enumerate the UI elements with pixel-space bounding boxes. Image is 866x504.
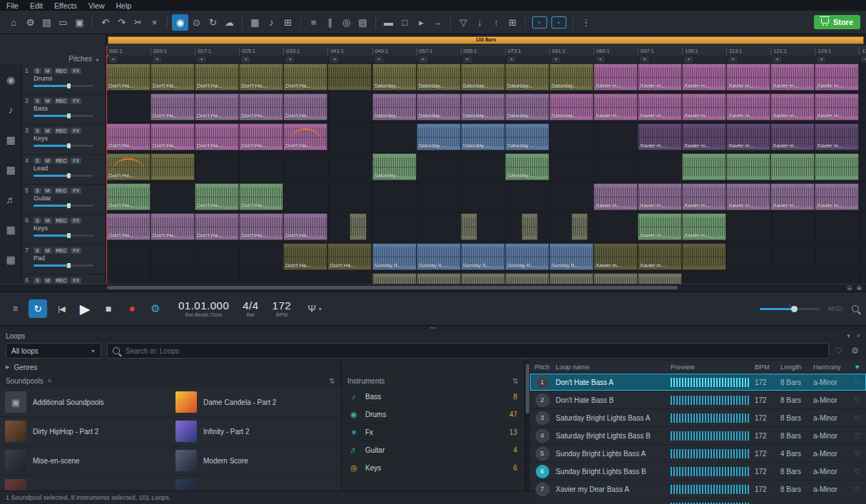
effects-rack-icon[interactable]: ◎ <box>338 14 355 31</box>
audio-clip[interactable]: Saturday... <box>549 63 594 91</box>
audio-clip[interactable]: Saturday... <box>417 63 461 91</box>
drums-icon[interactable]: ◉ <box>0 65 22 94</box>
audio-clip[interactable]: Don't Ha... <box>195 213 239 240</box>
audio-clip[interactable]: Don't Ha... <box>151 123 195 150</box>
import-down-icon[interactable]: ↓ <box>472 14 488 31</box>
audio-clip[interactable]: Don't Ha... <box>106 63 151 91</box>
master-volume-slider[interactable] <box>760 308 820 310</box>
favorite-heart-icon[interactable]: ♡ <box>849 432 866 440</box>
track-fx-button[interactable]: FX <box>71 217 81 224</box>
track-rec-button[interactable]: REC <box>54 68 69 74</box>
cut-icon[interactable]: ✂ <box>130 14 146 31</box>
toggle-panel-right-icon[interactable]: ▪ <box>551 16 566 29</box>
audio-clip[interactable] <box>682 243 726 270</box>
piano-roll-icon[interactable]: ▦ <box>247 14 263 31</box>
menu-edit[interactable]: Edit <box>30 1 43 10</box>
keyboard-icon[interactable]: ▦ <box>0 245 22 274</box>
track-volume-slider[interactable] <box>34 115 93 117</box>
audio-clip[interactable]: Saturday ... <box>417 123 461 150</box>
loop-tool-icon[interactable]: ↻ <box>205 14 221 31</box>
soundpool-item[interactable]: Mise-en-scene <box>0 446 170 475</box>
col-harmony[interactable]: Harmony <box>813 363 849 371</box>
cloud-sync-icon[interactable]: ☁ <box>221 14 238 31</box>
loop-preview-waveform[interactable] <box>671 396 750 405</box>
audio-clip[interactable] <box>726 153 770 180</box>
audio-clip[interactable]: Don't Ha... <box>106 183 151 210</box>
track-rec-button[interactable]: REC <box>54 217 69 224</box>
track-rec-button[interactable]: REC <box>54 128 69 134</box>
audio-clip[interactable]: Saturday... <box>505 93 549 120</box>
menu-effects[interactable]: Effects <box>54 1 77 10</box>
collapse-section-icon[interactable]: ⇅ <box>330 377 335 385</box>
audio-clip[interactable]: Saturday ... <box>461 123 505 150</box>
audio-clip[interactable]: Xavier m... <box>815 63 859 91</box>
audio-clip[interactable]: Don't Ha... <box>195 183 239 210</box>
col-pitch[interactable]: Pitch <box>530 363 554 371</box>
effect-presets-icon[interactable]: ▤ <box>355 14 371 31</box>
audio-clip[interactable]: Saturday ... <box>505 153 549 180</box>
audio-clip[interactable]: Sunday B... <box>417 243 461 270</box>
audio-clip[interactable]: Don't Ha... <box>106 123 151 150</box>
drum-pads-icon[interactable]: ⊞ <box>280 14 296 31</box>
audio-clip[interactable]: Saturday... <box>505 63 549 91</box>
audio-clip[interactable]: Xavier m... <box>770 93 815 120</box>
home-icon[interactable]: ⌂ <box>6 14 22 31</box>
track-volume-slider[interactable] <box>34 85 93 87</box>
track-s-button[interactable]: S <box>34 128 41 134</box>
audio-clip[interactable]: Xavier m... <box>682 183 726 210</box>
track-rec-button[interactable]: REC <box>54 158 69 164</box>
audio-clip[interactable]: Xavier m... <box>815 123 859 150</box>
pitch-badge[interactable]: 2 <box>536 394 549 407</box>
col-bpm[interactable]: BPM <box>755 363 780 371</box>
audio-clip[interactable]: Xavier m... <box>638 243 682 270</box>
record-button[interactable]: ● <box>123 299 141 318</box>
audio-clip[interactable] <box>638 273 682 284</box>
audio-clip[interactable] <box>151 153 195 180</box>
loops-settings-gear-icon[interactable]: ⚙ <box>851 346 859 356</box>
col-favorite-heart-icon[interactable]: ♥ <box>849 363 866 371</box>
track-s-button[interactable]: S <box>34 98 41 104</box>
col-loop-name[interactable]: Loop name <box>554 363 671 371</box>
audio-clip[interactable]: Xavier m... <box>726 63 770 91</box>
track-s-button[interactable]: S <box>34 277 41 284</box>
track-s-button[interactable]: S <box>34 187 41 194</box>
monitor-view-icon[interactable]: □ <box>397 14 413 31</box>
settings-icon[interactable]: ⚙ <box>22 14 39 31</box>
audio-clip[interactable]: Don't Ha... <box>327 243 372 270</box>
track-volume-slider[interactable] <box>34 175 93 177</box>
panel-collapse-icon[interactable]: ▾ <box>847 332 850 339</box>
audio-clip[interactable]: Xavier m... <box>770 123 815 150</box>
mic-input-selector[interactable]: Ψ ▾ <box>307 303 322 314</box>
keyboard-icon[interactable]: ▦ <box>0 215 22 244</box>
col-preview[interactable]: Preview <box>671 363 755 371</box>
audio-clip[interactable] <box>815 153 859 180</box>
track-m-button[interactable]: M <box>44 277 52 284</box>
audio-clip[interactable]: Sunday B... <box>372 243 417 270</box>
pitch-badge[interactable]: 3 <box>536 411 549 425</box>
loop-preview-waveform[interactable] <box>671 378 750 387</box>
mixer-icon[interactable]: ≡ <box>305 14 322 31</box>
bpm-display[interactable]: 172 BPM <box>272 299 292 318</box>
stop-button[interactable]: ■ <box>99 299 118 318</box>
more-options-icon[interactable]: ⋮ <box>578 14 594 31</box>
audio-clip[interactable]: Xavier m... <box>682 123 726 150</box>
track-fx-button[interactable]: FX <box>71 98 81 104</box>
audio-clip[interactable]: Sunday B... <box>549 243 594 270</box>
pitch-badge[interactable]: 4 <box>536 429 549 443</box>
track-m-button[interactable]: M <box>44 187 52 194</box>
track-m-button[interactable]: M <box>44 128 52 134</box>
track-fx-button[interactable]: FX <box>71 277 81 284</box>
track-volume-slider[interactable] <box>34 264 93 267</box>
audio-clip[interactable] <box>461 273 505 284</box>
audio-clip[interactable]: Saturday... <box>372 93 417 120</box>
play-button[interactable]: ▶ <box>76 299 94 318</box>
track-m-button[interactable]: M <box>44 217 52 224</box>
new-project-icon[interactable]: ▤ <box>39 14 55 31</box>
audio-clip[interactable]: Xavier m... <box>594 93 638 120</box>
audio-clip[interactable]: Saturday... <box>461 93 505 120</box>
audio-clip[interactable]: Xavier m... <box>682 63 726 91</box>
audio-clip[interactable]: Xavier m... <box>594 63 638 91</box>
delete-icon[interactable]: × <box>146 14 163 31</box>
filter-icon[interactable]: ▽ <box>455 14 472 31</box>
pitch-badge[interactable]: 6 <box>536 465 549 478</box>
